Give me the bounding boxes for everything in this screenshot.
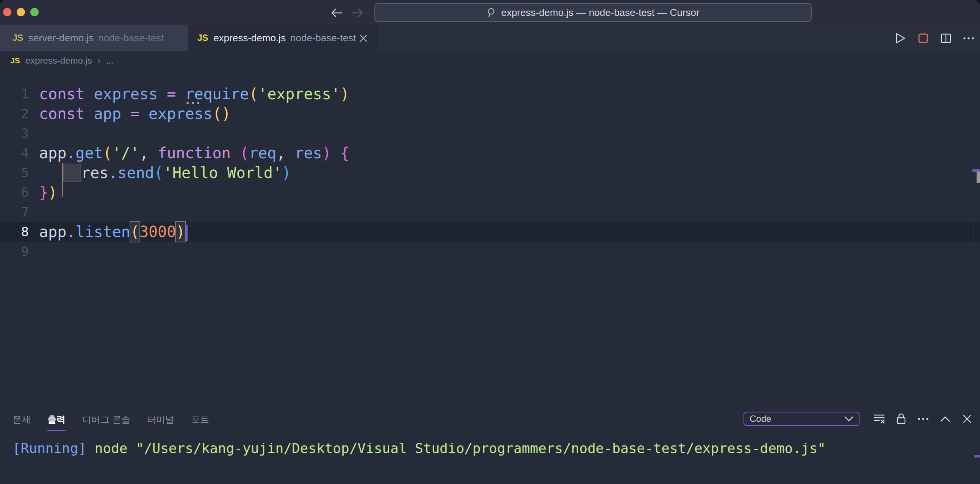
tab-project: node-base-test (290, 32, 356, 44)
clear-output-button[interactable] (872, 411, 887, 427)
tab-close-icon[interactable] (356, 32, 370, 45)
panel-tab-item[interactable]: 포트 (191, 408, 209, 432)
code-token (331, 144, 340, 162)
code-text: const express = require('express') (39, 84, 349, 104)
code-token: . (66, 223, 75, 241)
window-title: express-demo.js — node-base-test — Curso… (501, 7, 699, 19)
tab-label: express-demo.js (213, 32, 286, 44)
code-token: ) (340, 85, 349, 103)
js-file-icon: JS (13, 33, 23, 43)
code-token: ) (48, 184, 57, 201)
stop-button[interactable] (916, 31, 931, 46)
panel-more-actions-button[interactable] (916, 411, 931, 427)
line-number: 8 (0, 222, 29, 242)
zoom-window-button[interactable] (30, 8, 39, 16)
line-number: 6 (0, 182, 29, 202)
code-token: ) (222, 105, 231, 122)
line-number: 2 (0, 104, 29, 124)
code-line-9[interactable]: 9 (0, 242, 980, 261)
code-token: app (39, 144, 66, 162)
code-line-1[interactable]: 1const express = require('express') (0, 84, 980, 104)
editor-actions (893, 25, 976, 51)
line-number: 7 (0, 202, 29, 222)
code-token: ( (103, 144, 112, 162)
ellipsis-icon (963, 36, 975, 40)
lock-icon (896, 413, 907, 425)
code-token: req (249, 144, 276, 162)
code-editor[interactable]: 1const express = require('express')2cons… (0, 70, 980, 407)
command-center-search[interactable]: express-demo.js — node-base-test — Curso… (374, 3, 812, 22)
code-text: }) (39, 182, 57, 202)
back-arrow-icon (331, 7, 343, 19)
output-channel-dropdown[interactable]: Code (743, 412, 859, 426)
js-file-icon: JS (10, 56, 20, 65)
code-token (84, 85, 94, 103)
panel-tab-active[interactable]: 출력 (48, 408, 65, 432)
tab-express-demo[interactable]: JSexpress-demo.jsnode-base-test (188, 25, 378, 51)
code-token: express (94, 85, 158, 103)
nav-forward-button[interactable] (350, 5, 365, 21)
code-line-7[interactable]: 7 (0, 202, 980, 222)
minimize-window-button[interactable] (17, 8, 25, 16)
ellipsis-icon (917, 417, 929, 421)
code-token: ( (154, 164, 163, 181)
code-line-3[interactable]: 3 (0, 124, 980, 143)
run-file-button[interactable] (893, 31, 908, 46)
breadcrumb: JS express-demo.js › ... (0, 51, 980, 70)
bracket-match: ( (130, 221, 140, 242)
code-token: app (94, 105, 121, 122)
panel-tab-item[interactable]: 디버그 콘솔 (82, 408, 130, 432)
editor-more-actions-button[interactable] (961, 31, 976, 46)
code-token: listen (75, 223, 130, 241)
code-token (84, 105, 94, 122)
code-token: 'express' (258, 85, 340, 103)
code-line-4[interactable]: 4app.get('/', function (req, res) { (0, 143, 980, 163)
code-token: res (81, 164, 108, 181)
code-token: . (66, 144, 75, 162)
close-panel-button[interactable] (959, 411, 975, 427)
js-file-icon: JS (197, 33, 208, 43)
editor-scrollbar[interactable] (977, 171, 980, 183)
split-editor-button[interactable] (938, 31, 953, 46)
code-token: , (140, 144, 158, 162)
code-token (158, 85, 167, 103)
code-token: . (108, 164, 118, 181)
tab-project: node-base-test (98, 32, 164, 44)
code-token (121, 105, 130, 122)
code-line-2[interactable]: 2const app = express() (0, 104, 980, 124)
breadcrumb-more[interactable]: ... (106, 55, 113, 66)
clear-output-icon (873, 413, 885, 425)
code-line-6[interactable]: 6}) (0, 182, 980, 202)
breadcrumb-file[interactable]: express-demo.js (25, 55, 92, 66)
scrollbar-divider (974, 70, 974, 407)
code-token: app (39, 223, 66, 241)
chevron-up-icon (940, 416, 950, 422)
code-line-8[interactable]: 8app.listen(3000) (0, 222, 980, 242)
close-window-button[interactable] (3, 8, 11, 16)
panel-tab-item[interactable]: 터미널 (147, 408, 174, 432)
code-token: require (185, 85, 249, 103)
code-text: res.send('Hello World') (39, 163, 291, 182)
code-line-5[interactable]: 5res.send('Hello World') (0, 163, 980, 182)
line-number: 5 (0, 163, 29, 182)
line-number: 9 (0, 242, 29, 261)
code-token: 3000 (140, 223, 176, 241)
tab-bar: JSserver-demo.jsnode-base-testJSexpress-… (0, 25, 980, 51)
bracket-match: ) (175, 221, 186, 242)
code-token (176, 85, 185, 103)
lock-scroll-button[interactable] (894, 411, 909, 427)
code-token: function (158, 144, 231, 162)
panel-tab-item[interactable]: 문제 (13, 408, 31, 432)
nav-back-button[interactable] (329, 5, 344, 21)
tab-label: server-demo.js (29, 32, 94, 44)
play-icon (895, 32, 906, 44)
title-bar: express-demo.js — node-base-test — Curso… (0, 0, 980, 25)
line-number: 3 (0, 124, 29, 143)
code-token: ) (322, 144, 331, 162)
panel-controls: Code (743, 411, 975, 427)
code-token: { (340, 144, 349, 162)
tab-server-demo[interactable]: JSserver-demo.jsnode-base-test (0, 25, 188, 51)
maximize-panel-button[interactable] (937, 411, 953, 427)
bottom-panel: 문제출력디버그 콘솔터미널포트 Code (0, 407, 980, 484)
code-token: res (294, 144, 322, 162)
